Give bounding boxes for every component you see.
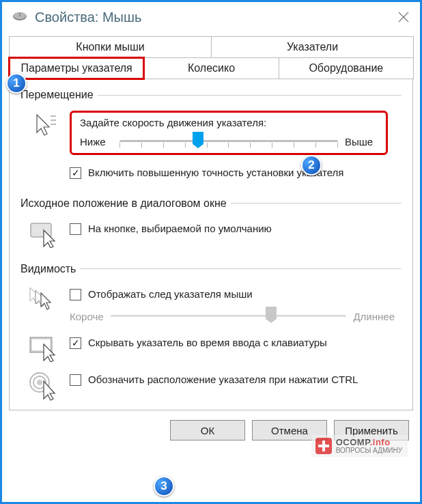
titlebar: Свойства: Мышь — [2, 2, 420, 32]
checkbox-icon — [70, 167, 81, 179]
checkbox-icon — [70, 374, 81, 386]
watermark-brand: OCOMP — [336, 437, 370, 447]
hide-typing-icon — [20, 333, 70, 362]
ctrl-locate-checkbox[interactable]: Обозначить расположение указателя при на… — [70, 370, 395, 389]
callout-1: 1 — [6, 73, 27, 94]
tab-pointers[interactable]: Указатели — [211, 36, 414, 57]
watermark-tld: .info — [370, 437, 391, 447]
checkbox-icon — [70, 223, 81, 235]
snapto-checkbox[interactable]: На кнопке, выбираемой по умолчанию — [70, 219, 395, 238]
trails-icon — [20, 285, 70, 313]
group-motion-legend: Перемещение — [20, 89, 98, 101]
trails-checkbox[interactable]: Отображать след указателя мыши — [70, 285, 395, 304]
tab-pointer-options[interactable]: Параметры указателя — [9, 57, 144, 79]
tab-hardware[interactable]: Оборудование — [279, 57, 414, 79]
pointer-speed-slider[interactable] — [119, 132, 338, 150]
svg-point-13 — [37, 380, 42, 385]
watermark: OCOMP.info ВОПРОСЫ АДМИНУ — [311, 435, 408, 457]
watermark-cross-icon — [315, 438, 332, 454]
cursor-speed-icon — [20, 111, 70, 139]
pointer-speed-prompt: Задайте скорость движения указателя: — [80, 117, 378, 128]
close-button[interactable] — [395, 9, 412, 25]
callout-3: 3 — [154, 476, 174, 496]
ctrl-locate-label: Обозначить расположение указателя при на… — [88, 373, 358, 387]
hide-typing-checkbox[interactable]: Скрывать указатель во время ввода с клав… — [70, 333, 395, 352]
ctrl-locate-icon — [20, 370, 70, 402]
watermark-subtitle: ВОПРОСЫ АДМИНУ — [336, 447, 402, 455]
speed-slow-label: Ниже — [80, 136, 113, 148]
group-snapto-legend: Исходное положение в диалоговом окне — [20, 197, 231, 210]
callout-2: 2 — [301, 155, 322, 176]
snapto-label: На кнопке, выбираемой по умолчанию — [88, 222, 272, 236]
checkbox-icon — [70, 337, 81, 349]
pointer-speed-box: Задайте скорость движения указателя: Ниж… — [70, 111, 388, 155]
group-visibility: Видимость Отображать след указателя мыши — [20, 263, 402, 408]
trails-length-slider — [111, 307, 347, 325]
checkbox-icon — [70, 289, 81, 300]
trails-short-label: Короче — [70, 311, 104, 322]
tab-buttons[interactable]: Кнопки мыши — [9, 36, 212, 57]
tab-wheel[interactable]: Колесико — [143, 57, 279, 79]
tabs-row-1: Кнопки мыши Указатели — [9, 36, 413, 57]
mouse-icon — [12, 10, 28, 25]
enhance-precision-checkbox[interactable]: Включить повышенную точность установки у… — [70, 163, 395, 182]
ok-button[interactable]: ОК — [170, 420, 245, 440]
group-visibility-legend: Видимость — [20, 263, 80, 275]
tabs-row-2: Параметры указателя Колесико Оборудовани… — [9, 57, 413, 79]
snapto-icon — [20, 219, 70, 248]
hide-typing-label: Скрывать указатель во время ввода с клав… — [88, 336, 327, 350]
trails-long-label: Длиннее — [353, 311, 395, 322]
trails-label: Отображать след указателя мыши — [88, 288, 253, 301]
window-title: Свойства: Мышь — [35, 10, 141, 25]
speed-fast-label: Выше — [345, 136, 378, 148]
group-motion: Перемещение Задайте скорость движения ук… — [20, 89, 402, 188]
group-snapto: Исходное положение в диалоговом окне На … — [20, 197, 402, 253]
